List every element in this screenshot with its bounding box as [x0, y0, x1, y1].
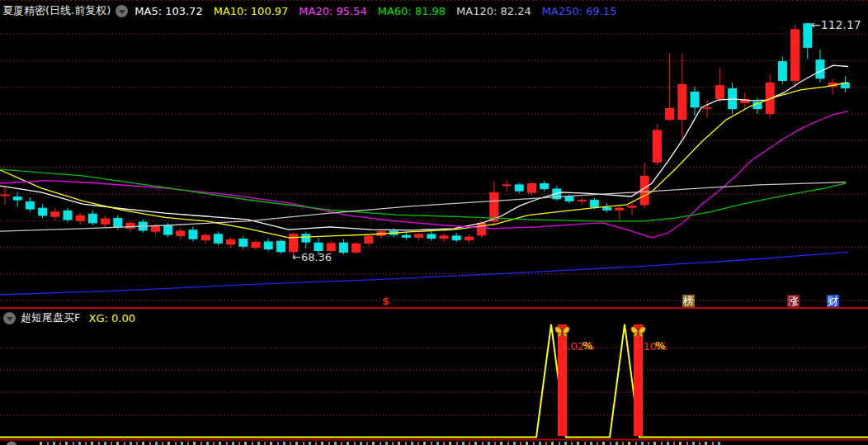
signal-percent-overlay: %: [583, 339, 592, 352]
watermark: 榜: [682, 295, 695, 307]
stock-title: 夏厦精密(日线.前复权): [2, 3, 111, 18]
indicator-value: XG: 0.00: [88, 312, 134, 324]
ma-label: MA5: 103.72: [134, 5, 202, 17]
indicator-header: 超短尾盘买F XG: 0.00: [0, 310, 135, 325]
ma-label: MA120: 82.24: [456, 5, 531, 17]
collapse-chevron-icon[interactable]: [116, 5, 128, 17]
ma-label: MA10: 100.97: [214, 5, 289, 17]
ma-label: MA250: 69.15: [542, 5, 617, 17]
high-price-annotation: ←112.17: [811, 18, 861, 31]
watermark: 财: [827, 295, 839, 307]
main-chart-canvas[interactable]: [0, 0, 868, 445]
low-price-annotation: ←68.36: [292, 251, 332, 263]
signal-percent-overlay: %: [655, 339, 665, 352]
indicator-title: 超短尾盘买F: [21, 310, 80, 325]
watermark: 涨: [787, 295, 800, 307]
collapse-chevron-icon[interactable]: [3, 312, 16, 324]
main-chart-header: 夏厦精密(日线.前复权) MA5: 103.72MA10: 100.97MA20…: [0, 2, 616, 20]
clipped-panel-strip: [40, 442, 724, 445]
ma-label: MA20: 95.54: [299, 5, 366, 17]
ma-value-row: MA5: 103.72MA10: 100.97MA20: 95.54MA60: …: [134, 5, 616, 17]
pane-top-border: [0, 0, 868, 1]
trading-app-window: 夏厦精密(日线.前复权) MA5: 103.72MA10: 100.97MA20…: [0, 0, 868, 445]
watermark: $: [381, 295, 390, 307]
ma-label: MA60: 81.98: [378, 5, 446, 17]
